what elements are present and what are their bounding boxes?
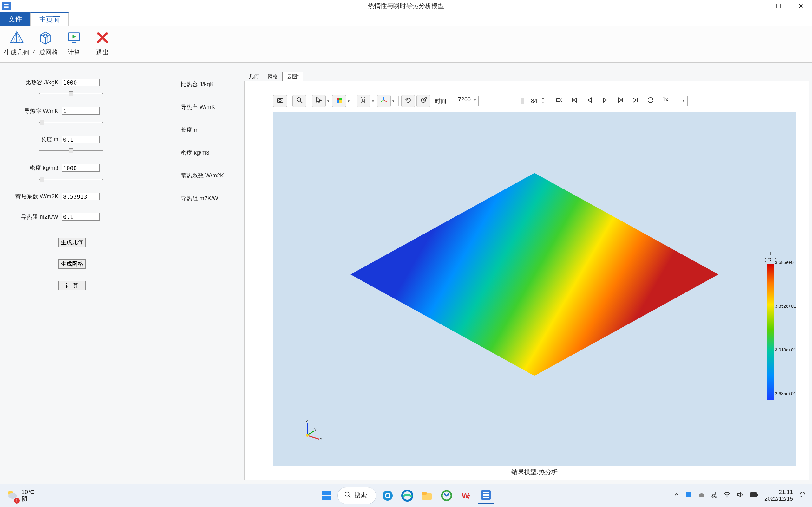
prev-frame-button[interactable] — [583, 95, 597, 107]
svg-line-33 — [307, 435, 319, 439]
svg-rect-17 — [339, 98, 342, 100]
ribbon-compute-button[interactable]: 计算 — [60, 28, 88, 57]
taskbar-edge-chromium-icon[interactable] — [379, 487, 396, 504]
tray-onedrive-icon[interactable] — [698, 491, 705, 500]
viewport-tab-geometry[interactable]: 几何 — [244, 72, 263, 81]
render-canvas[interactable]: z x y T ( ℃ ) 3.685e+01 3.352e+01 3.018e… — [273, 112, 796, 466]
close-button[interactable] — [790, 0, 812, 12]
ribbon-generate-mesh-button[interactable]: 生成网格 — [31, 28, 60, 57]
svg-point-14 — [297, 98, 301, 101]
last-frame-button[interactable] — [628, 95, 642, 107]
svg-rect-43 — [326, 496, 331, 500]
output-labels-column: 比热容 J/kgK 导热率 W/mK 长度 m 密度 kg/m3 蓄热系数 W/… — [181, 63, 244, 484]
tray-clock[interactable]: 21:11 2022/12/15 — [764, 489, 793, 502]
search-icon — [344, 491, 351, 500]
window-title: 热惰性与瞬时导热分析模型 — [368, 2, 444, 10]
ribbon-generate-geometry-button[interactable]: 生成几何 — [3, 28, 31, 57]
view-cube-button[interactable] — [357, 95, 370, 107]
svg-rect-59 — [686, 492, 691, 497]
legend-color-bar — [767, 264, 774, 400]
color-legend: T ( ℃ ) 3.685e+01 3.352e+01 3.018e+01 2.… — [751, 251, 790, 401]
record-button[interactable] — [552, 95, 566, 107]
maximize-button[interactable] — [768, 0, 790, 12]
svg-rect-42 — [322, 496, 326, 500]
taskbar-weather-widget[interactable]: 1 10℃ 阴 — [6, 488, 34, 503]
ribbon-tab-strip: 文件 主页面 — [0, 12, 812, 26]
select-mode-button[interactable] — [312, 95, 326, 107]
playback-speed-select[interactable]: 1x — [659, 96, 688, 106]
svg-rect-18 — [337, 100, 339, 103]
density-slider[interactable] — [39, 179, 103, 180]
out-specific-heat-label: 比热容 J/kgK — [181, 80, 244, 88]
specific-heat-slider[interactable] — [39, 93, 103, 95]
weather-alert-badge: 1 — [14, 498, 20, 504]
tray-ime-indicator[interactable]: 英 — [711, 491, 717, 500]
camera-icon — [276, 96, 284, 106]
time-scrubber[interactable] — [483, 100, 524, 102]
snapshot-button[interactable] — [273, 95, 287, 107]
thermal-resistance-output — [61, 213, 100, 221]
length-input[interactable] — [61, 135, 100, 143]
taskbar-search[interactable]: 搜索 — [338, 487, 376, 504]
legend-tick: 2.685e+01 — [775, 391, 796, 396]
loop-button[interactable] — [644, 95, 658, 107]
tray-chevron-icon[interactable] — [674, 492, 679, 499]
tray-battery-icon[interactable] — [750, 492, 759, 499]
taskbar-app-w-icon[interactable]: W7 — [458, 487, 474, 504]
colormap-dropdown[interactable] — [346, 95, 351, 107]
ribbon-tab-main[interactable]: 主页面 — [31, 12, 68, 26]
cursor-paint-icon — [315, 96, 322, 106]
viewport-tab-strip: 几何 网格 云图t — [244, 72, 809, 81]
svg-text:x: x — [320, 437, 322, 441]
taskbar-weather-desc: 阴 — [21, 496, 34, 502]
app-icon — [2, 2, 11, 10]
svg-rect-63 — [757, 494, 758, 496]
conductivity-input[interactable] — [61, 107, 100, 115]
magnifier-icon — [296, 96, 303, 106]
cube-mesh-icon — [37, 29, 54, 46]
taskbar-edge-icon[interactable] — [399, 487, 415, 504]
tray-notifications-icon[interactable] — [799, 491, 806, 500]
svg-rect-16 — [337, 98, 339, 100]
taskbar-explorer-icon[interactable] — [419, 487, 435, 504]
svg-rect-0 — [4, 4, 8, 5]
svg-rect-4 — [777, 4, 780, 8]
ribbon-exit-button[interactable]: 退出 — [88, 28, 117, 57]
viewport-tab-mesh[interactable]: 网格 — [263, 72, 282, 81]
start-button[interactable] — [318, 487, 334, 504]
refresh-time-button[interactable] — [416, 95, 430, 107]
next-frame-button[interactable] — [613, 95, 627, 107]
taskbar-app-green-icon[interactable] — [438, 487, 455, 504]
tray-security-icon[interactable] — [685, 491, 692, 500]
select-mode-dropdown[interactable] — [326, 95, 331, 107]
generate-mesh-button[interactable]: 生成网格 — [58, 259, 86, 269]
specific-heat-input[interactable] — [61, 78, 100, 86]
time-select[interactable]: 7200 — [455, 96, 478, 106]
viewport-body: 时间： 7200 84▲▼ 1x — [244, 81, 809, 481]
zoom-fit-button[interactable] — [293, 95, 306, 107]
play-button[interactable] — [598, 95, 612, 107]
compute-button[interactable]: 计 算 — [58, 281, 86, 290]
first-frame-button[interactable] — [567, 95, 581, 107]
ribbon-tab-file[interactable]: 文件 — [0, 12, 31, 26]
axes-button[interactable] — [377, 95, 391, 107]
scrubber-thumb[interactable] — [521, 98, 524, 104]
frame-spinner[interactable]: 84▲▼ — [529, 96, 546, 106]
view-cube-dropdown[interactable] — [370, 95, 375, 107]
colormap-button[interactable] — [332, 95, 346, 107]
length-slider[interactable] — [39, 150, 103, 152]
conductivity-slider[interactable] — [39, 122, 103, 123]
minimize-button[interactable] — [745, 0, 768, 12]
tray-volume-icon[interactable] — [737, 491, 744, 500]
tray-wifi-icon[interactable] — [723, 491, 731, 500]
temperature-field-surface — [344, 164, 725, 385]
taskbar-current-app-icon[interactable] — [478, 487, 494, 504]
viewport-tab-cloud[interactable]: 云图t — [282, 72, 303, 81]
reset-view-button[interactable] — [401, 95, 415, 107]
length-label: 长度 m — [14, 135, 61, 143]
svg-line-24 — [380, 100, 384, 102]
density-input[interactable] — [61, 164, 100, 172]
svg-rect-51 — [422, 492, 426, 495]
generate-geometry-button[interactable]: 生成几何 — [58, 238, 86, 247]
axes-dropdown[interactable] — [391, 95, 396, 107]
